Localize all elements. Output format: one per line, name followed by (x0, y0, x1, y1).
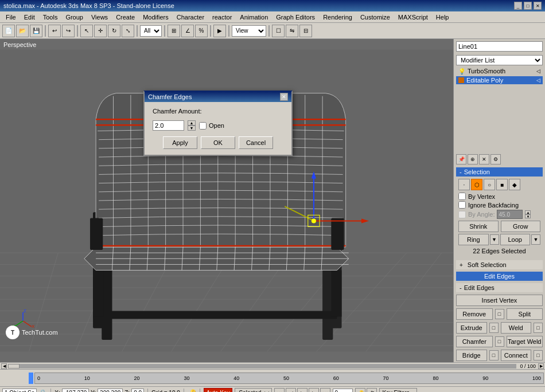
loop-arrow-btn[interactable]: ▼ (531, 234, 540, 245)
chamfer-spin-up[interactable]: ▲ (188, 120, 196, 126)
z-value-box[interactable]: 0.0 (131, 389, 144, 393)
open-file-btn[interactable]: 📂 (16, 25, 29, 37)
menu-views[interactable]: Views (88, 13, 111, 21)
y-value-box[interactable]: 300.308 (98, 389, 123, 393)
bridge-arrow[interactable]: □ (489, 350, 499, 360)
redo-btn[interactable]: ↪ (62, 25, 75, 37)
chamfer-ok-btn[interactable]: OK (201, 136, 235, 149)
angle-snap-btn[interactable]: ∠ (181, 25, 194, 37)
selection-header[interactable]: - Selection (456, 167, 543, 177)
x-value-box[interactable]: -187.279 (62, 389, 89, 393)
timeline-marker[interactable] (29, 373, 33, 384)
select-btn[interactable]: ↖ (80, 25, 93, 37)
key-mode-btn[interactable]: 🔑 (355, 388, 365, 393)
by-angle-up[interactable]: ▲ (525, 210, 531, 214)
by-vertex-checkbox[interactable] (458, 193, 466, 200)
connect-arrow[interactable]: □ (534, 350, 543, 360)
remove-arrow[interactable]: □ (495, 309, 504, 319)
time-config-btn[interactable]: ⏱ (367, 388, 377, 393)
edit-edges-section[interactable]: - Edit Edges (456, 283, 543, 292)
shrink-btn[interactable]: Shrink (458, 221, 499, 232)
chamfer-amount-input[interactable] (153, 120, 184, 131)
menu-modifiers[interactable]: Modifiers (139, 13, 172, 21)
edge-select-btn[interactable]: ⬡ (471, 179, 482, 190)
scroll-thumb[interactable] (8, 364, 20, 369)
by-angle-checkbox[interactable] (458, 211, 466, 218)
menu-reactor[interactable]: reactor (209, 13, 235, 21)
menu-customize[interactable]: Customize (357, 13, 394, 21)
render-btn[interactable]: ▶ (213, 25, 226, 37)
soft-selection-header[interactable]: + Soft Selection (456, 260, 543, 269)
loop-btn[interactable]: Loop (500, 234, 531, 245)
vertex-select-btn[interactable]: · (458, 179, 470, 190)
ring-arrow-btn[interactable]: ▼ (490, 234, 499, 245)
connect-btn[interactable]: Connect (501, 350, 532, 361)
chamfer-open-checkbox[interactable] (199, 122, 207, 130)
extrude-arrow[interactable]: □ (489, 323, 499, 333)
undo-btn[interactable]: ↩ (48, 25, 61, 37)
timeline-track[interactable]: 0 10 20 30 40 50 60 70 80 90 100 (34, 373, 544, 384)
pin-stack-btn[interactable]: 📌 (456, 154, 466, 164)
scroll-left-btn[interactable]: ◀ (1, 363, 7, 369)
remove-btn[interactable]: Remove (456, 308, 493, 320)
by-angle-down[interactable]: ▼ (525, 214, 531, 218)
menu-character[interactable]: Character (173, 13, 208, 21)
menu-file[interactable]: File (2, 13, 20, 21)
play-btn[interactable]: ▶ (297, 388, 307, 393)
move-btn[interactable]: ✛ (94, 25, 107, 37)
chamfer-apply-btn[interactable]: Apply (163, 136, 197, 149)
editable-poly-modifier[interactable]: Editable Poly ◁ (456, 76, 543, 84)
named-selections-btn[interactable]: ☐ (272, 25, 285, 37)
auto-key-btn[interactable]: Auto Key (204, 388, 233, 393)
target-weld-btn[interactable]: Target Weld (507, 336, 543, 347)
minimize-button[interactable]: _ (514, 2, 522, 10)
frame-input[interactable] (333, 389, 353, 393)
bridge-btn[interactable]: Bridge (456, 350, 487, 361)
grow-btn[interactable]: Grow (501, 221, 541, 232)
filter-select[interactable]: All (140, 25, 162, 37)
ignore-backfacing-checkbox[interactable] (458, 201, 466, 209)
chamfer-arrow[interactable]: □ (495, 336, 504, 347)
menu-group[interactable]: Group (62, 13, 87, 21)
menu-create[interactable]: Create (112, 13, 138, 21)
prev-frame-btn[interactable]: ◀ (286, 388, 296, 393)
object-name-input[interactable] (456, 41, 543, 52)
remove-modifier-btn[interactable]: ✕ (479, 154, 489, 164)
extrude-btn[interactable]: Extrude (456, 322, 487, 334)
ring-btn[interactable]: Ring (458, 234, 489, 245)
weld-arrow[interactable]: □ (534, 323, 543, 333)
next-frame-btn[interactable]: ▶ (309, 388, 319, 393)
rotate-btn[interactable]: ↻ (108, 25, 120, 37)
snap-btn[interactable]: ⊞ (168, 25, 180, 37)
key-filters-btn[interactable]: Key Filters... (379, 388, 417, 393)
chamfer-close-btn[interactable]: ✕ (280, 93, 288, 101)
polygon-select-btn[interactable]: ■ (496, 179, 508, 190)
go-end-btn[interactable]: ⏭ (320, 388, 330, 393)
selected-select[interactable]: Selected (235, 388, 272, 393)
menu-rendering[interactable]: Rendering (320, 13, 356, 21)
menu-maxscript[interactable]: MAXScript (395, 13, 431, 21)
turbosmooth-modifier[interactable]: 💡 TurboSmooth ◁ (456, 67, 543, 75)
save-file-btn[interactable]: 💾 (30, 25, 42, 37)
percent-snap-btn[interactable]: % (195, 25, 208, 37)
make-unique-btn[interactable]: ⊕ (468, 154, 478, 164)
lock-icon[interactable]: 🔒 (38, 389, 47, 393)
viewport[interactable]: Perspective (0, 39, 453, 362)
menu-graph-editors[interactable]: Graph Editors (272, 13, 318, 21)
close-button[interactable]: ✕ (534, 2, 542, 10)
by-angle-input[interactable] (497, 210, 523, 219)
align-btn[interactable]: ⊟ (299, 25, 312, 37)
split-btn[interactable]: Split (507, 308, 543, 320)
scroll-right-btn[interactable]: ▶ (538, 363, 544, 369)
insert-vertex-btn[interactable]: Insert Vertex (456, 295, 543, 306)
menu-tools[interactable]: Tools (40, 13, 61, 21)
scroll-track[interactable] (8, 364, 516, 369)
menu-help[interactable]: Help (433, 13, 453, 21)
element-select-btn[interactable]: ◆ (509, 179, 520, 190)
menu-edit[interactable]: Edit (21, 13, 38, 21)
go-start-btn[interactable]: ⏮ (274, 388, 285, 393)
configure-btn[interactable]: ⚙ (490, 154, 501, 164)
view-select[interactable]: View (232, 25, 266, 37)
chamfer-edit-btn[interactable]: Chamfer (456, 336, 493, 347)
maximize-button[interactable]: □ (524, 2, 532, 10)
